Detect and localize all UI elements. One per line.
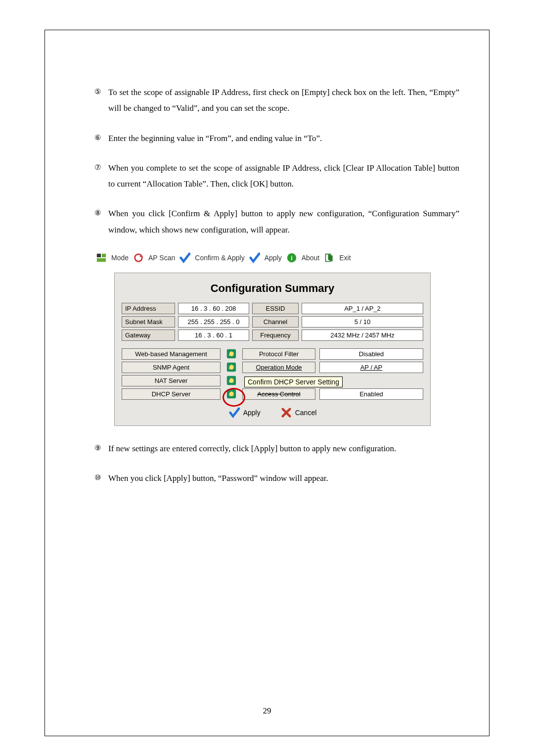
protocol-filter-value: Disabled	[319, 348, 423, 360]
list-marker: ⑨	[94, 441, 108, 457]
ip-address-label: IP Address	[122, 303, 175, 314]
list-text: Enter the beginning value in “From”, and…	[108, 131, 459, 146]
confirm-apply-label: Confirm & Apply	[195, 254, 244, 262]
svg-rect-1	[102, 254, 106, 257]
list-text: When you complete to set the scope of as…	[108, 160, 459, 192]
channel-label: Channel	[252, 316, 299, 328]
list-marker: ⑧	[94, 206, 108, 238]
list-item-5: ⑤ To set the scope of assignable IP Addr…	[94, 85, 459, 117]
mode-label: Mode	[111, 254, 129, 262]
link-icon[interactable]	[224, 375, 238, 386]
app-icon	[95, 252, 107, 264]
list-item-8: ⑧ When you click [Confirm & Apply] butto…	[94, 206, 459, 238]
summary-cancel-button[interactable]: Cancel	[280, 407, 317, 419]
operation-mode-value: AP / AP	[319, 362, 423, 373]
list-text: When you click [Apply] button, “Password…	[108, 471, 459, 486]
gateway-value: 16 . 3 . 60 . 1	[178, 330, 249, 341]
apscan-label: AP Scan	[148, 254, 175, 262]
ip-address-value: 16 . 3 . 60 . 208	[178, 303, 249, 314]
cancel-label: Cancel	[295, 409, 317, 417]
list-item-6: ⑥ Enter the beginning value in “From”, a…	[94, 131, 459, 146]
frequency-label: Frequency	[252, 330, 299, 341]
about-button[interactable]: About	[300, 253, 322, 263]
apply-label: Apply	[243, 409, 261, 417]
list-marker: ⑩	[94, 471, 108, 486]
snmp-agent-label: SNMP Agent	[122, 362, 221, 373]
confirm-apply-button[interactable]: Confirm & Apply	[193, 253, 246, 263]
list-marker: ⑦	[94, 160, 108, 192]
channel-value: 5 / 10	[302, 316, 423, 328]
access-control-label: Access Control	[242, 388, 315, 400]
check-icon	[249, 252, 261, 264]
list-item-10: ⑩ When you click [Apply] button, “Passwo…	[94, 471, 459, 486]
panel-title: Configuration Summary	[122, 282, 423, 295]
refresh-icon	[133, 252, 144, 264]
list-marker: ⑤	[94, 85, 108, 117]
dhcp-tooltip: Confirm DHCP Server Setting	[244, 377, 343, 387]
protocol-filter-label: Protocol Filter	[242, 348, 315, 360]
app-toolbar: Mode AP Scan Confirm & Apply	[94, 252, 459, 264]
frequency-value: 2432 MHz / 2457 MHz	[302, 330, 423, 341]
gateway-label: Gateway	[122, 330, 175, 341]
dhcp-server-label: DHCP Server	[122, 388, 221, 400]
svg-rect-0	[97, 254, 101, 257]
list-item-7: ⑦ When you complete to set the scope of …	[94, 160, 459, 192]
config-summary-panel: Configuration Summary IP Address 16 . 3 …	[114, 273, 431, 426]
config-summary-screenshot: Mode AP Scan Confirm & Apply	[94, 252, 459, 426]
summary-apply-button[interactable]: Apply	[228, 407, 261, 419]
list-text: To set the scope of assignable IP Addres…	[108, 85, 459, 117]
info-icon: i	[286, 252, 298, 264]
subnet-label: Subnet Mask	[122, 316, 175, 328]
apply-label: Apply	[265, 254, 282, 262]
check-icon	[179, 252, 191, 264]
list-item-9: ⑨ If new settings are entered correctly,…	[94, 441, 459, 457]
exit-icon	[323, 252, 335, 264]
check-icon	[228, 407, 240, 419]
exit-button[interactable]: Exit	[337, 253, 353, 263]
access-control-value: Enabled	[319, 388, 423, 400]
x-icon	[280, 407, 292, 419]
mode-button[interactable]: Mode	[109, 253, 131, 263]
about-label: About	[302, 254, 320, 262]
svg-text:i: i	[291, 254, 293, 262]
nat-server-label: NAT Server	[122, 375, 221, 386]
page-number: 29	[45, 706, 489, 716]
operation-mode-label: Operation Mode	[242, 362, 315, 373]
link-icon[interactable]	[224, 361, 238, 373]
link-icon[interactable]	[224, 348, 238, 360]
web-mgmt-label: Web-based Management	[122, 348, 221, 360]
apply-button[interactable]: Apply	[263, 253, 284, 263]
callout-circle-icon	[222, 388, 245, 407]
list-text: When you click [Confirm & Apply] button …	[108, 206, 459, 238]
essid-label: ESSID	[252, 303, 299, 314]
apscan-button[interactable]: AP Scan	[146, 253, 177, 263]
svg-rect-2	[97, 258, 106, 262]
essid-value: AP_1 / AP_2	[302, 303, 423, 314]
subnet-value: 255 . 255 . 255 . 0	[178, 316, 249, 328]
list-marker: ⑥	[94, 131, 108, 146]
list-text: If new settings are entered correctly, c…	[108, 441, 459, 457]
exit-label: Exit	[339, 254, 351, 262]
